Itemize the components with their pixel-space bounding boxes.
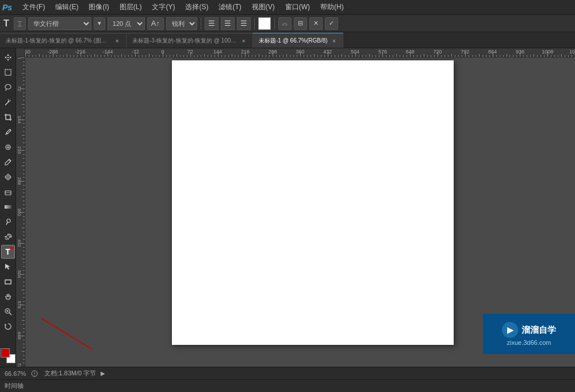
font-selector[interactable]: 华文行楷 <box>28 17 91 30</box>
dodge-tool[interactable] <box>1 215 15 229</box>
options-bar: T ⌶ 华文行楷 ▾ 120 点 A↑ 锐利 明显 平滑 ☰ ☰ ☰ ⌓ ⊟ ✕… <box>0 15 575 32</box>
wand-icon <box>4 98 12 106</box>
watermark-play-icon: ▶ <box>502 322 518 338</box>
zoom-level: 66.67% <box>5 370 26 377</box>
move-tool[interactable] <box>1 51 15 64</box>
menu-layer[interactable]: 图层(L) <box>115 1 147 13</box>
marquee-tool[interactable] <box>1 66 15 79</box>
svg-line-2 <box>6 89 6 91</box>
svg-rect-23 <box>5 191 11 195</box>
svg-point-26 <box>7 219 10 222</box>
svg-line-27 <box>6 222 7 225</box>
magic-wand-tool[interactable] <box>1 95 15 109</box>
warp-text-btn[interactable]: ⌓ <box>278 17 292 30</box>
foreground-color[interactable] <box>1 348 10 358</box>
move-icon <box>4 53 12 62</box>
font-style-btn[interactable]: ▾ <box>94 17 105 30</box>
status-arrow[interactable]: ▶ <box>101 370 105 376</box>
play-symbol: ▶ <box>507 325 513 335</box>
menu-edit[interactable]: 编辑(E) <box>51 1 83 13</box>
rotate-icon <box>4 322 12 330</box>
tab-3[interactable]: 未标题-1 @ 66.7%(RGB/8) × <box>253 33 343 48</box>
lasso-icon <box>4 83 12 91</box>
menu-image[interactable]: 图像(I) <box>84 1 113 13</box>
menu-window[interactable]: 窗口(W) <box>281 1 315 13</box>
svg-rect-25 <box>5 205 12 209</box>
svg-rect-28 <box>5 280 11 284</box>
confirm-btn[interactable]: ✓ <box>325 17 338 30</box>
eraser-tool[interactable] <box>1 185 15 199</box>
timeline-label: 时间轴 <box>5 382 24 390</box>
svg-rect-0 <box>5 70 11 75</box>
character-panel-btn[interactable]: ⊟ <box>294 17 307 30</box>
clone-icon <box>4 173 12 181</box>
text-tool[interactable]: T <box>1 245 15 259</box>
eyedropper-tool[interactable] <box>1 125 15 139</box>
svg-line-6 <box>9 99 9 100</box>
ruler-horizontal: -360-288-216-144-72072144216288360432504… <box>25 48 575 57</box>
menu-view[interactable]: 视图(V) <box>247 1 279 13</box>
healing-icon <box>4 143 12 151</box>
rect-shape-icon <box>4 278 12 286</box>
watermark-url: zixue.3d66.com <box>507 339 551 346</box>
align-center-btn[interactable]: ☰ <box>221 17 235 30</box>
align-left-btn[interactable]: ☰ <box>205 17 218 30</box>
menu-items: 文件(F) 编辑(E) 图像(I) 图层(L) 文字(Y) 选择(S) 滤镜(T… <box>18 1 348 13</box>
text-orientation-btn[interactable]: ⌶ <box>14 17 26 30</box>
tab-2-close[interactable]: × <box>241 37 247 44</box>
hand-tool[interactable] <box>1 290 15 303</box>
marquee-icon <box>4 68 12 76</box>
svg-point-7 <box>7 101 9 102</box>
tab-3-close[interactable]: × <box>331 37 337 44</box>
tab-1-label: 未标题-1-恢复的-恢复的 @ 66.7% (图层 1, RGB/8) * <box>6 37 111 45</box>
tab-3-label: 未标题-1 @ 66.7%(RGB/8) <box>259 37 328 45</box>
pen-tool[interactable] <box>1 230 15 244</box>
main-area: T <box>0 48 575 367</box>
white-document <box>172 60 454 345</box>
tab-2[interactable]: 未标题-3-恢复的-恢复的-恢复的 @ 100% (组 1, RGB/8) * … <box>126 33 253 48</box>
cancel-btn[interactable]: ✕ <box>309 17 323 30</box>
canvas-area[interactable]: -360-288-216-144-72072144216288360432504… <box>16 48 575 367</box>
crop-icon <box>4 113 12 121</box>
menu-bar: Ps 文件(F) 编辑(E) 图像(I) 图层(L) 文字(Y) 选择(S) 滤… <box>0 0 575 15</box>
menu-file[interactable]: 文件(F) <box>18 1 49 13</box>
brush-icon <box>4 158 12 166</box>
left-toolbar: T <box>0 48 16 367</box>
gradient-icon <box>4 203 12 211</box>
eyedropper-icon <box>4 128 12 136</box>
svg-line-3 <box>5 102 9 105</box>
healing-tool[interactable] <box>1 140 15 154</box>
font-style-icon: ▾ <box>98 20 101 27</box>
tab-1[interactable]: 未标题-1-恢复的-恢复的 @ 66.7% (图层 1, RGB/8) * × <box>0 33 126 48</box>
status-bar: 66.67% 文档:1.83M/0 字节 ▶ <box>0 367 575 379</box>
svg-point-36 <box>34 375 35 375</box>
gradient-tool[interactable] <box>1 200 15 214</box>
crop-tool[interactable] <box>1 110 15 124</box>
font-size-selector[interactable]: 120 点 <box>108 17 145 30</box>
tab-1-close[interactable]: × <box>114 37 120 44</box>
align-right-btn[interactable]: ☰ <box>237 17 251 30</box>
antialiasing-selector[interactable]: 锐利 明显 平滑 <box>166 17 197 30</box>
brush-tool[interactable] <box>1 155 15 169</box>
lasso-tool[interactable] <box>1 80 15 94</box>
separator1 <box>201 18 201 29</box>
size-up-icon: A↑ <box>151 19 160 28</box>
watermark-site-name: 溜溜自学 <box>522 325 556 336</box>
warp-icon: ⌓ <box>282 20 288 27</box>
rotate-view-tool[interactable] <box>1 320 15 333</box>
zoom-tool[interactable] <box>1 305 15 318</box>
menu-help[interactable]: 帮助(H) <box>316 1 348 13</box>
rectangle-shape-tool[interactable] <box>1 275 15 289</box>
menu-select[interactable]: 选择(S) <box>181 1 213 13</box>
path-select-tool[interactable] <box>1 260 15 274</box>
svg-point-1 <box>5 84 11 89</box>
font-size-increase[interactable]: A↑ <box>147 17 164 30</box>
separator2 <box>254 18 255 29</box>
menu-filter[interactable]: 滤镜(T) <box>214 1 246 13</box>
menu-text[interactable]: 文字(Y) <box>147 1 179 13</box>
watermark-logo: ▶ 溜溜自学 <box>502 322 556 338</box>
zoom-icon <box>4 308 12 316</box>
text-color-swatch[interactable] <box>258 17 271 30</box>
svg-line-30 <box>9 313 12 315</box>
clone-tool[interactable] <box>1 170 15 184</box>
